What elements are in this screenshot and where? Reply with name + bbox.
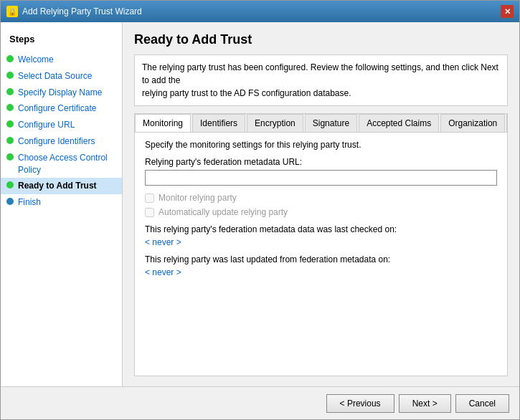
- description-line1: The relying party trust has been configu…: [142, 62, 498, 85]
- sidebar-label-choose-access-control: Choose Access Control Policy: [18, 152, 116, 176]
- monitor-relying-party-checkbox[interactable]: [145, 194, 154, 203]
- sidebar-item-finish[interactable]: Finish: [1, 194, 122, 211]
- dot-finish: [6, 198, 14, 205]
- main-content: Ready to Add Trust The relying party tru…: [123, 22, 519, 386]
- footer: < Previous Next > Cancel: [1, 386, 519, 419]
- monitor-checkbox-row: Monitor relying party: [145, 193, 497, 203]
- sidebar-item-configure-identifiers[interactable]: Configure Identifiers: [1, 133, 122, 150]
- dot-configure-identifiers: [6, 137, 14, 144]
- sidebar-label-finish: Finish: [18, 196, 41, 209]
- description-line2: relying party trust to the AD FS configu…: [142, 88, 351, 98]
- app-icon: 🔒: [6, 6, 18, 17]
- sidebar-item-configure-certificate[interactable]: Configure Certificate: [1, 100, 122, 117]
- description-box: The relying party trust has been configu…: [134, 54, 508, 106]
- sidebar: Steps Welcome Select Data Source Specify…: [1, 22, 123, 386]
- info-section: This relying party's federation metadata…: [145, 224, 497, 277]
- tab-content-monitoring: Specify the monitoring settings for this…: [135, 133, 507, 376]
- dot-specify-display-name: [6, 88, 14, 95]
- auto-update-checkbox[interactable]: [145, 208, 154, 217]
- tab-organization[interactable]: Organization: [440, 114, 505, 132]
- sidebar-item-welcome[interactable]: Welcome: [1, 52, 122, 68]
- previous-button[interactable]: < Previous: [326, 394, 394, 413]
- last-checked-value: < never >: [145, 237, 497, 247]
- sidebar-item-choose-access-control[interactable]: Choose Access Control Policy: [1, 150, 122, 178]
- dot-welcome: [6, 55, 14, 62]
- last-updated-value: < never >: [145, 267, 497, 277]
- tab-endpoints[interactable]: Endpoints: [506, 114, 507, 132]
- wizard-window: 🔒 Add Relying Party Trust Wizard ✕ Steps…: [0, 0, 520, 420]
- last-updated-label: This relying party was last updated from…: [145, 254, 497, 264]
- content-area: Steps Welcome Select Data Source Specify…: [1, 22, 519, 386]
- auto-update-label: Automatically update relying party: [159, 207, 288, 217]
- monitor-checkbox-label: Monitor relying party: [159, 193, 237, 203]
- federation-metadata-url-input[interactable]: [145, 170, 497, 186]
- dot-ready-to-add: [6, 181, 14, 188]
- tab-encryption[interactable]: Encryption: [247, 114, 303, 132]
- monitoring-description: Specify the monitoring settings for this…: [145, 140, 497, 150]
- tab-bar: Monitoring Identifiers Encryption Signat…: [135, 114, 507, 133]
- next-button[interactable]: Next >: [399, 394, 451, 413]
- title-bar-left: 🔒 Add Relying Party Trust Wizard: [6, 6, 142, 17]
- sidebar-heading: Steps: [1, 29, 122, 52]
- title-bar: 🔒 Add Relying Party Trust Wizard ✕: [1, 1, 519, 22]
- sidebar-label-ready-to-add: Ready to Add Trust: [18, 180, 97, 192]
- tab-identifiers[interactable]: Identifiers: [192, 114, 245, 132]
- sidebar-item-ready-to-add[interactable]: Ready to Add Trust: [1, 178, 122, 194]
- page-title: Ready to Add Trust: [134, 32, 508, 47]
- tab-signature[interactable]: Signature: [305, 114, 357, 132]
- dot-configure-url: [6, 120, 14, 128]
- dot-configure-certificate: [6, 104, 14, 111]
- url-field-label: Relying party's federation metadata URL:: [145, 157, 497, 167]
- tab-panel: Monitoring Identifiers Encryption Signat…: [134, 113, 508, 376]
- dot-select-data-source: [6, 72, 14, 79]
- sidebar-item-configure-url[interactable]: Configure URL: [1, 117, 122, 133]
- close-button[interactable]: ✕: [501, 5, 514, 18]
- sidebar-label-select-data-source: Select Data Source: [18, 70, 92, 82]
- dot-choose-access-control: [6, 153, 14, 161]
- sidebar-item-select-data-source[interactable]: Select Data Source: [1, 68, 122, 85]
- auto-update-checkbox-row: Automatically update relying party: [145, 207, 497, 217]
- last-checked-label: This relying party's federation metadata…: [145, 224, 497, 234]
- sidebar-label-configure-certificate: Configure Certificate: [18, 102, 96, 115]
- window-title: Add Relying Party Trust Wizard: [22, 6, 142, 16]
- tab-accepted-claims[interactable]: Accepted Claims: [359, 114, 439, 132]
- sidebar-label-configure-identifiers: Configure Identifiers: [18, 135, 95, 148]
- sidebar-item-specify-display-name[interactable]: Specify Display Name: [1, 85, 122, 101]
- sidebar-label-welcome: Welcome: [18, 54, 54, 66]
- sidebar-label-specify-display-name: Specify Display Name: [18, 87, 102, 99]
- cancel-button[interactable]: Cancel: [455, 394, 509, 413]
- tab-monitoring[interactable]: Monitoring: [135, 114, 191, 133]
- sidebar-label-configure-url: Configure URL: [18, 119, 75, 131]
